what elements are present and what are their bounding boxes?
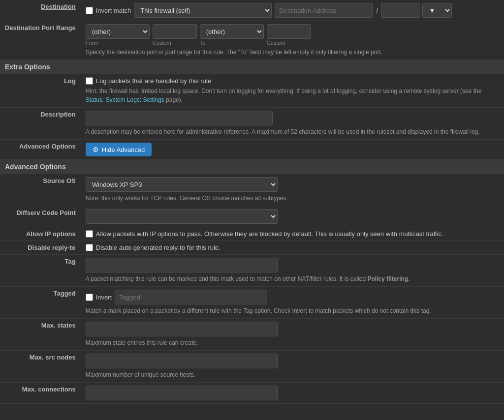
tagged-hint: Match a mark placed on a packet by a dif… [86,306,499,315]
diffserv-select[interactable] [86,209,278,224]
from-label: From [86,40,150,46]
max-src-nodes-row: Max. src nodes Maximum number of unique … [0,351,504,383]
invert-text: Invert [96,294,112,301]
log-label: Log [64,77,76,85]
slash-separator: / [375,6,379,15]
disable-reply-to-row: Disable reply-to Disable auto generated … [0,241,504,255]
policy-filtering-bold: Policy filtering [367,275,408,282]
allow-ip-options-label: Allow IP options [26,230,76,238]
source-os-label: Source OS [43,177,75,184]
source-os-row: Source OS Windows XP SP3 Linux macOS Fre… [0,174,504,206]
extra-options-header: Extra Options [5,63,50,71]
extra-options-header-row: Extra Options [0,60,504,74]
disable-reply-to-checkbox[interactable] [86,244,93,251]
description-input[interactable]: Allow Proxy [86,111,273,125]
destination-mask-select[interactable]: ▼ [422,3,452,18]
destination-mask-input[interactable] [381,3,420,18]
destination-address-input[interactable] [275,3,373,18]
allow-ip-options-checkbox[interactable] [86,230,93,238]
tagged-row: Tagged Invert Match a mark placed on a p… [0,287,504,319]
log-checkbox[interactable] [86,77,93,85]
invert-match-label: Invert match [86,7,131,14]
description-hint: A description may be entered here for ad… [86,127,499,136]
port-to-input[interactable]: 3129 [267,24,311,39]
tag-hint: A packet matching this rule can be marke… [86,274,499,283]
max-states-input[interactable] [86,322,278,336]
gear-icon: ⚙ [93,146,99,153]
invert-match-checkbox[interactable] [86,7,93,14]
log-hint: Hint: the firewall has limited local log… [86,87,499,104]
advanced-options-header: Advanced Options [5,163,66,171]
port-range-hint: Specify the destination port or port ran… [86,48,499,57]
disable-reply-to-text: Disable auto generated reply-to for this… [96,244,220,251]
description-label: Description [40,111,76,118]
max-src-nodes-label: Max. src nodes [30,354,76,361]
tagged-invert-checkbox[interactable] [86,294,93,301]
tagged-input[interactable] [115,290,267,304]
diffserv-label: Diffserv Code Point [16,209,76,216]
tag-label: Tag [65,258,76,265]
log-checkbox-label: Log packets that are handled by this rul… [86,77,499,85]
destination-port-range-row: Destination Port Range (other) any HTTP … [0,21,504,60]
log-checkbox-text: Log packets that are handled by this rul… [96,77,211,85]
destination-row: Destination Invert match This firewall (… [0,0,504,21]
max-states-row: Max. states Maximum state entries this r… [0,319,504,351]
tagged-invert-label: Invert [86,294,112,301]
firewall-select[interactable]: This firewall (self) any LAN net WAN net [134,3,272,18]
port-to-select[interactable]: (other) any HTTP HTTPS [200,24,264,39]
max-connections-row: Max. connections [0,383,504,404]
to-label: To [200,40,264,46]
source-os-select[interactable]: Windows XP SP3 Linux macOS FreeBSD [86,177,278,192]
max-src-nodes-hint: Maximum number of unique source hosts. [86,370,499,379]
destination-port-range-label: Destination Port Range [5,24,76,31]
port-from-input[interactable]: 3128 [153,24,197,39]
log-row: Log Log packets that are handled by this… [0,74,504,108]
max-states-label: Max. states [41,322,76,329]
destination-address-group: / ▼ [275,3,452,18]
from-sublabel: Custom [153,40,197,46]
diffserv-row: Diffserv Code Point [0,206,504,227]
advanced-options-header-row: Advanced Options [0,160,504,174]
port-from-select[interactable]: (other) any HTTP HTTPS [86,24,150,39]
max-connections-label: Max. connections [22,386,76,393]
allow-ip-options-checkbox-label: Allow packets with IP options to pass. O… [86,230,499,238]
disable-reply-to-label: Disable reply-to [28,244,76,251]
hide-advanced-button[interactable]: ⚙ Hide Advanced [86,143,152,156]
source-os-hint: Note: this only works for TCP rules. Gen… [86,194,499,203]
description-row: Description Allow Proxy A description ma… [0,108,504,140]
max-src-nodes-input[interactable] [86,354,278,368]
tag-row: Tag A packet matching this rule can be m… [0,255,504,287]
tagged-label: Tagged [53,290,75,297]
destination-label: Destination [41,3,76,10]
to-sublabel: Custom [267,40,311,46]
max-connections-input[interactable] [86,386,278,400]
disable-reply-to-checkbox-label: Disable auto generated reply-to for this… [86,244,499,251]
advanced-options-label: Advanced Options [19,143,76,150]
allow-ip-options-row: Allow IP options Allow packets with IP o… [0,227,504,241]
tag-input[interactable] [86,258,278,272]
log-hint-link[interactable]: Status: System Logs: Settings [86,96,164,103]
allow-ip-options-text: Allow packets with IP options to pass. O… [96,230,443,238]
advanced-options-toggle-row: Advanced Options ⚙ Hide Advanced [0,140,504,160]
max-states-hint: Maximum state entries this rule can crea… [86,338,499,347]
